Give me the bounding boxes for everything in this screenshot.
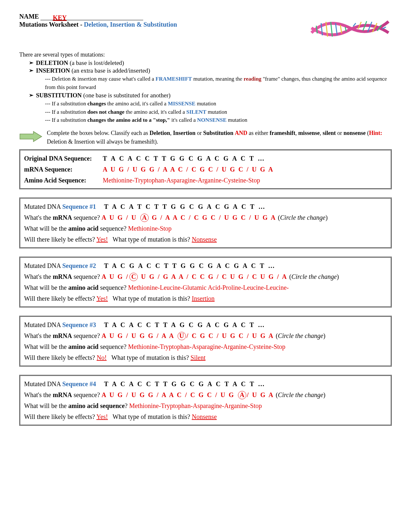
frameshift-note: --- Deletion & insertion may cause what'… xyxy=(45,75,392,91)
worksheet-title: Mutations Worksheet - Deletion, Insertio… xyxy=(19,21,315,28)
intro-line: There are several types of mutations: xyxy=(19,51,392,58)
title-prefix: Mutations Worksheet xyxy=(19,21,79,28)
t: Substitution xyxy=(203,130,233,136)
seq4-dna: T A C A C C T T G G C G A C T A C T … xyxy=(104,380,266,387)
seq4-title-row: Mutated DNA Sequence #4 T A C A C C T T … xyxy=(24,378,387,389)
t: G / A A C / C G C / U G C / U G A xyxy=(149,214,276,221)
t: A U G / U G G / A A xyxy=(101,332,177,339)
t: What will be the xyxy=(24,225,68,232)
intro-text: There are several types of mutations: xyxy=(19,51,105,58)
t: Circle the change xyxy=(278,332,323,339)
t: sequence? xyxy=(72,391,101,398)
t: What's the xyxy=(24,332,53,339)
seq3-mrna: A U G / U G G / A A U/ C G C / U G C / U… xyxy=(101,332,274,339)
t: sequence? xyxy=(72,332,101,339)
t: Deletion xyxy=(150,130,170,136)
sequence-4-box: Mutated DNA Sequence #4 T A C A C C T T … xyxy=(19,375,392,426)
t: or xyxy=(336,130,344,136)
sub-silent: --- If a substitution does not change th… xyxy=(45,108,392,116)
seq3-mrna-row: What's the mRNA sequence? A U G / U G G … xyxy=(24,330,387,341)
t: , xyxy=(320,130,323,136)
t: What will be the xyxy=(24,343,68,350)
seq1-aa-row: What will be the amino acid sequence? Me… xyxy=(24,223,387,234)
silent-word: SILENT xyxy=(186,109,206,115)
seq4-type: Nonsense xyxy=(192,413,217,420)
nonsense-word: NONSENSE xyxy=(197,117,227,123)
t: or xyxy=(196,130,203,136)
seq1-type: Nonsense xyxy=(192,236,217,243)
t: sequence? xyxy=(99,343,128,350)
sub-missense: --- If a substitution changes the amino … xyxy=(45,100,392,108)
t: silent xyxy=(323,130,336,136)
and-word: AND xyxy=(235,130,247,136)
t: it's called a xyxy=(170,117,197,123)
seq3-title-row: Mutated DNA Sequence #3 T A C A C C T T … xyxy=(24,319,387,330)
t: , xyxy=(170,130,173,136)
t: What's the xyxy=(24,273,53,280)
insertion-desc: (an extra base is added/inserted) xyxy=(70,67,150,74)
seq1-mrna-row: What's the mRNA sequence? A U G / U A G … xyxy=(24,212,387,223)
original-box: Original DNA Sequence: T A C A C C T T G… xyxy=(19,149,392,189)
seq2-mrna-row: What's the mRNA sequence? A U G /C U G /… xyxy=(24,271,387,282)
t: --- If a substitution xyxy=(45,117,87,123)
original-dna-seq: T A C A C C T T G G C G A C G A C T … xyxy=(103,155,266,162)
seq3-type: Silent xyxy=(190,354,206,361)
t: U G / G A A / C C G / C U G / C U G / A xyxy=(138,273,287,280)
seq2-title-row: Mutated DNA Sequence #2 T A C G A C C T … xyxy=(24,260,387,271)
t: What will be the xyxy=(24,402,68,409)
circle-hint: (Circle the change) xyxy=(276,391,326,398)
seq1-effects-row: Will there likely be effects? Yes! What … xyxy=(24,234,387,245)
t: Mutated DNA xyxy=(24,203,62,210)
circle-hint: (Circle the change) xyxy=(276,332,326,339)
t: mRNA xyxy=(53,332,72,339)
seq4-effects-row: Will there likely be effects? Yes! What … xyxy=(24,411,387,422)
original-dna-row: Original DNA Sequence: T A C A C C T T G… xyxy=(24,153,387,164)
sub-nonsense: --- If a substitution changes the amino … xyxy=(45,116,392,124)
sequence-3-box: Mutated DNA Sequence #3 T A C A C C T T … xyxy=(19,316,392,367)
t: amino acid sequence xyxy=(68,402,125,409)
t: does not change xyxy=(87,109,124,115)
t: What type of mutation is this? xyxy=(108,236,192,243)
t: amino acid xyxy=(68,225,99,232)
t: Will there likely be effects? xyxy=(24,354,97,361)
seq2-aa-row: What will be the amino acid sequence? Me… xyxy=(24,282,387,293)
circled-change: C xyxy=(129,273,138,281)
missense-word: MISSENSE xyxy=(168,101,196,107)
seq4-aa-row: What will be the amino acid sequence? Me… xyxy=(24,400,387,411)
dna-helix-image xyxy=(308,10,392,46)
seq3-title: Sequence #3 xyxy=(62,321,96,328)
fs-b: mutation, meaning the xyxy=(192,76,244,82)
arrow-right-icon xyxy=(19,130,43,145)
bullet-substitution-text: SUBSTITUTION (one base is substituted fo… xyxy=(36,92,171,99)
t: What's the xyxy=(24,214,53,221)
t: Will there likely be effects? xyxy=(24,295,96,302)
t: A U G / xyxy=(101,273,129,280)
reading-word: reading xyxy=(244,76,261,82)
t: A U G / U G G / A A C / C G C / U G xyxy=(101,391,237,398)
seq4-effects: Yes! xyxy=(96,413,108,420)
bullet-insertion: ➢ INSERTION (an extra base is added/inse… xyxy=(29,67,392,74)
t: mutation xyxy=(226,117,247,123)
original-aa-label: Amino Acid Sequence: xyxy=(24,175,101,186)
circled-change: U xyxy=(178,332,186,340)
svg-marker-14 xyxy=(20,131,42,142)
seq1-title: Sequence #1 xyxy=(62,203,96,210)
key-text: KEY xyxy=(53,14,66,21)
t: changes the amino acid to a "stop," xyxy=(87,117,170,123)
circle-hint: (Circle the change) xyxy=(278,214,328,221)
sequence-1-box: Mutated DNA Sequence #1 T A C A T C T T … xyxy=(19,198,392,248)
t: Circle the change xyxy=(280,214,325,221)
original-aa-row: Amino Acid Sequence: Methionine-Tryptoph… xyxy=(24,175,387,186)
t: A U G / U xyxy=(101,214,139,221)
t: What type of mutation is this? xyxy=(108,295,192,302)
t: sequence? xyxy=(99,284,128,291)
seq2-aa: Methionine-Leucine-Glutamic Acid-Proline… xyxy=(128,284,289,291)
t: / U G A xyxy=(247,391,274,398)
chevron-icon: ➢ xyxy=(29,59,33,66)
t: the amino acid, it's called a xyxy=(106,101,168,107)
header-text: NAME KEY Mutations Worksheet - Deletion,… xyxy=(19,13,315,28)
name-line: NAME KEY xyxy=(19,13,315,20)
seq1-dna: T A C A T C T T G G C G A C G A C T … xyxy=(104,203,266,210)
deletion-desc: (a base is lost/deleted) xyxy=(68,59,124,66)
t: amino acid xyxy=(68,343,99,350)
